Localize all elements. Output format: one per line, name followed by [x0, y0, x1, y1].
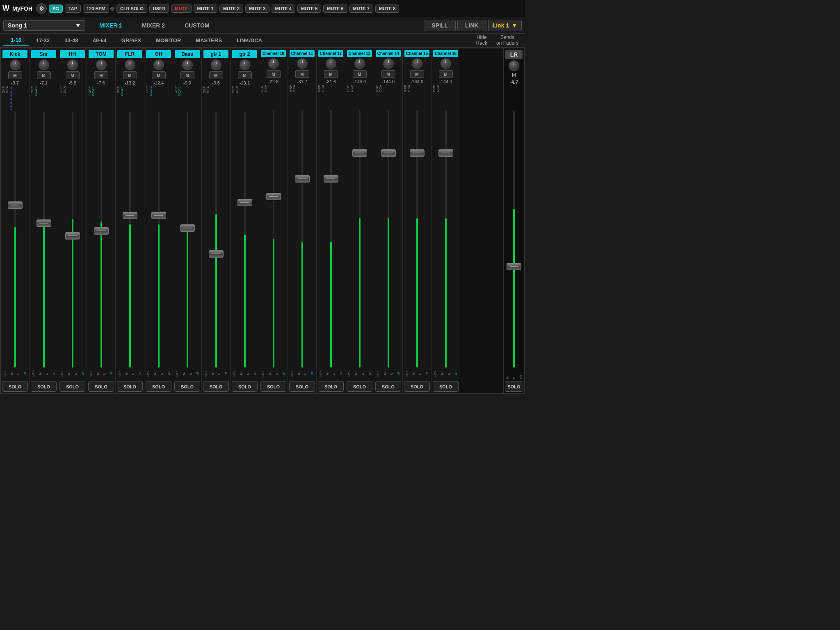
link1-button[interactable]: Link 1 ▼	[488, 20, 522, 31]
ch-name-5[interactable]: OH	[146, 50, 171, 58]
solo-btn-0[interactable]: SOLO	[2, 381, 27, 392]
solo-btn-10[interactable]: SOLO	[289, 381, 315, 392]
mute-btn-14[interactable]: M	[410, 70, 424, 78]
fader-handle-9[interactable]	[266, 193, 281, 200]
range-grp-fx[interactable]: GRP/FX	[114, 36, 148, 45]
fader-handle-5[interactable]	[151, 212, 166, 219]
mute-main-button[interactable]: MUTE	[171, 5, 191, 13]
mute-btn-3[interactable]: M	[94, 71, 108, 79]
solo-btn-8[interactable]: SOLO	[232, 381, 257, 392]
mute-btn-6[interactable]: M	[180, 71, 194, 79]
solo-btn-14[interactable]: SOLO	[404, 381, 429, 392]
ch-name-7[interactable]: gtr 1	[203, 50, 228, 58]
lr-pan-knob[interactable]	[509, 60, 519, 71]
range-1-16[interactable]: 1-16	[3, 35, 29, 46]
sg-button[interactable]: SG	[49, 5, 63, 13]
fader-handle-11[interactable]	[324, 175, 338, 183]
solo-btn-4[interactable]: SOLO	[117, 381, 142, 392]
tab-custom[interactable]: CUSTOM	[175, 20, 219, 31]
range-33-48[interactable]: 33-48	[57, 36, 85, 45]
ch-name-13[interactable]: Channel 14	[376, 50, 401, 57]
mute-btn-11[interactable]: M	[324, 70, 338, 78]
tap-button[interactable]: TAP	[65, 5, 81, 13]
ch-name-8[interactable]: gtr 2	[232, 50, 257, 58]
fader-handle-8[interactable]	[237, 199, 252, 206]
pan-knob-12[interactable]	[354, 58, 365, 69]
mute3-button[interactable]: MUTE 3	[245, 5, 269, 13]
mute-btn-7[interactable]: M	[209, 71, 223, 79]
range-link-dca[interactable]: LINK/DCA	[229, 36, 269, 45]
settings-button[interactable]: ⚙	[36, 3, 47, 14]
song-selector[interactable]: Song 1 ▼	[3, 20, 85, 31]
mute-btn-10[interactable]: M	[295, 70, 309, 78]
mute-btn-13[interactable]: M	[381, 70, 395, 78]
ch-name-10[interactable]: Channel 11	[290, 50, 315, 57]
mute5-button[interactable]: MUTE 5	[297, 5, 321, 13]
mute4-button[interactable]: MUTE 4	[272, 5, 295, 13]
mute6-button[interactable]: MUTE 6	[323, 5, 347, 13]
ch-name-4[interactable]: FLR	[117, 50, 142, 58]
mute-btn-15[interactable]: M	[439, 70, 453, 78]
fader-handle-6[interactable]	[180, 224, 195, 232]
spill-button[interactable]: SPILL	[424, 20, 456, 31]
mute2-button[interactable]: MUTE 2	[219, 5, 243, 13]
solo-btn-7[interactable]: SOLO	[203, 381, 228, 392]
mute-btn-1[interactable]: M	[37, 71, 51, 79]
ch-name-14[interactable]: Channel 15	[404, 50, 429, 57]
fader-handle-12[interactable]	[352, 149, 367, 157]
fader-handle-15[interactable]	[438, 149, 453, 157]
pan-knob-7[interactable]	[211, 59, 221, 70]
solo-btn-12[interactable]: SOLO	[347, 381, 372, 392]
fader-handle-14[interactable]	[410, 149, 425, 157]
fader-handle-0[interactable]	[8, 201, 23, 209]
range-monitor[interactable]: MONITOR	[148, 36, 188, 45]
solo-btn-9[interactable]: SOLO	[260, 381, 286, 392]
pan-knob-14[interactable]	[412, 58, 422, 69]
fader-handle-4[interactable]	[123, 212, 137, 219]
fader-handle-10[interactable]	[295, 175, 310, 183]
range-masters[interactable]: MASTERS	[188, 36, 229, 45]
fader-handle-3[interactable]	[94, 227, 109, 235]
solo-btn-6[interactable]: SOLO	[174, 381, 200, 392]
pan-knob-4[interactable]	[125, 59, 135, 70]
pan-knob-10[interactable]	[297, 58, 308, 69]
mute-btn-5[interactable]: M	[152, 71, 166, 79]
link-button[interactable]: LINK	[457, 20, 486, 31]
fader-handle-1[interactable]	[37, 219, 51, 227]
lr-name[interactable]: LR	[505, 50, 523, 59]
mute-btn-9[interactable]: M	[267, 70, 281, 78]
lr-solo-btn[interactable]: SOLO	[505, 381, 523, 392]
solo-btn-11[interactable]: SOLO	[318, 381, 343, 392]
ch-name-0[interactable]: Kick	[2, 50, 27, 58]
ch-name-6[interactable]: Bass	[175, 50, 200, 58]
sends-on-faders-tab[interactable]: Sendson Faders	[493, 33, 522, 47]
mute1-button[interactable]: MUTE 1	[194, 5, 217, 13]
mute-btn-0[interactable]: M	[8, 71, 22, 79]
solo-btn-15[interactable]: SOLO	[433, 381, 458, 392]
fader-handle-13[interactable]	[381, 149, 396, 157]
lr-fader-handle[interactable]	[507, 263, 521, 270]
tab-mixer1[interactable]: MIXER 1	[89, 20, 132, 31]
hide-rack-tab[interactable]: HideRack	[473, 33, 491, 47]
pan-knob-5[interactable]	[153, 59, 164, 70]
mute-btn-2[interactable]: M	[66, 71, 80, 79]
ch-name-1[interactable]: Snr	[31, 50, 56, 58]
mute8-button[interactable]: MUTE 8	[375, 5, 399, 13]
ch-name-9[interactable]: Channel 10	[261, 50, 286, 57]
pan-knob-9[interactable]	[268, 58, 279, 69]
solo-btn-2[interactable]: SOLO	[59, 381, 85, 392]
ch-name-3[interactable]: TOM	[89, 50, 114, 58]
mute-btn-8[interactable]: M	[238, 71, 252, 79]
solo-btn-1[interactable]: SOLO	[31, 381, 56, 392]
pan-knob-8[interactable]	[240, 59, 250, 70]
pan-knob-3[interactable]	[96, 59, 107, 70]
pan-knob-11[interactable]	[326, 58, 336, 69]
tab-mixer2[interactable]: MIXER 2	[132, 20, 175, 31]
pan-knob-1[interactable]	[39, 59, 49, 70]
solo-btn-13[interactable]: SOLO	[375, 381, 401, 392]
ch-name-11[interactable]: Channel 12	[318, 50, 343, 57]
bpm-display[interactable]: 120 BPM	[83, 5, 109, 13]
fader-handle-7[interactable]	[209, 250, 224, 258]
mute7-button[interactable]: MUTE 7	[349, 5, 373, 13]
ch-name-12[interactable]: Channel 13	[347, 50, 372, 57]
